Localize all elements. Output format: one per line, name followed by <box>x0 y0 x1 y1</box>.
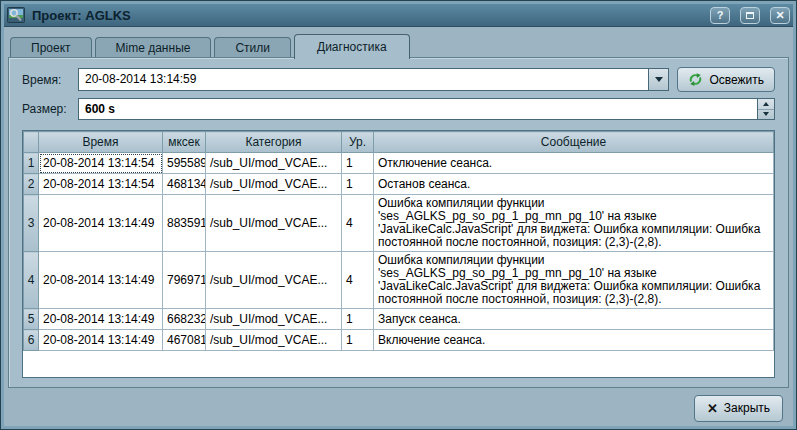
size-value: 600 s <box>79 99 757 119</box>
arrow-down-icon <box>763 112 769 116</box>
cell-usec[interactable]: 668232 <box>163 309 206 330</box>
help-icon: ? <box>717 10 724 21</box>
row-header[interactable]: 1 <box>24 153 39 174</box>
cell-message[interactable]: Ошибка компиляции функции 'ses_AGLKS_pg_… <box>374 252 774 309</box>
corner-header[interactable] <box>24 132 39 153</box>
cell-category[interactable]: /sub_UI/mod_VCAE... <box>206 252 342 309</box>
col-header-usec[interactable]: мксек <box>163 132 206 153</box>
cell-usec[interactable]: 796971 <box>163 252 206 309</box>
table-row: 2 20-08-2014 13:14:54 468134 /sub_UI/mod… <box>24 174 774 195</box>
size-label: Размер: <box>22 102 78 116</box>
close-icon: ✕ <box>775 10 784 21</box>
cell-time[interactable]: 20-08-2014 13:14:49 <box>39 330 163 351</box>
cell-usec[interactable]: 595589 <box>163 153 206 174</box>
col-header-message[interactable]: Сообщение <box>374 132 774 153</box>
maximize-button[interactable] <box>740 7 760 24</box>
cell-level[interactable]: 4 <box>342 252 374 309</box>
maximize-icon <box>746 12 754 19</box>
table-row: 3 20-08-2014 13:14:49 883591 /sub_UI/mod… <box>24 195 774 252</box>
spin-up-button[interactable] <box>758 99 774 110</box>
row-header[interactable]: 5 <box>24 309 39 330</box>
header-row: Время мксек Категория Ур. Сообщение <box>24 132 774 153</box>
row-header[interactable]: 3 <box>24 195 39 252</box>
table-row: 1 20-08-2014 13:14:54 595589 /sub_UI/mod… <box>24 153 774 174</box>
row-header[interactable]: 6 <box>24 330 39 351</box>
tab-mime-data[interactable]: Mime данные <box>95 37 212 58</box>
time-value: 20-08-2014 13:14:59 <box>79 69 648 90</box>
arrow-up-icon <box>763 102 769 106</box>
table-row: 5 20-08-2014 13:14:49 668232 /sub_UI/mod… <box>24 309 774 330</box>
refresh-icon <box>688 72 703 87</box>
col-header-time[interactable]: Время <box>39 132 163 153</box>
cell-level[interactable]: 1 <box>342 330 374 351</box>
title-bar: Проект: AGLKS ? ✕ <box>4 4 793 27</box>
project-window: Проект: AGLKS ? ✕ Проект Mime данные Сти… <box>0 0 797 430</box>
tab-bar: Проект Mime данные Стили Диагностика <box>8 27 789 57</box>
cell-message[interactable]: Включение сеанса. <box>374 330 774 351</box>
row-header[interactable]: 2 <box>24 174 39 195</box>
spin-down-button[interactable] <box>758 110 774 120</box>
cell-message[interactable]: Останов сеанса. <box>374 174 774 195</box>
table-row: 4 20-08-2014 13:14:49 796971 /sub_UI/mod… <box>24 252 774 309</box>
cell-time[interactable]: 20-08-2014 13:14:49 <box>39 195 163 252</box>
close-label: Закрыть <box>724 401 770 415</box>
col-header-category[interactable]: Категория <box>206 132 342 153</box>
time-label: Время: <box>22 73 78 87</box>
cell-message[interactable]: Ошибка компиляции функции 'ses_AGLKS_pg_… <box>374 195 774 252</box>
cell-time[interactable]: 20-08-2014 13:14:49 <box>39 252 163 309</box>
cell-category[interactable]: /sub_UI/mod_VCAE... <box>206 195 342 252</box>
window-body: Проект Mime данные Стили Диагностика Вре… <box>4 27 793 426</box>
tab-project[interactable]: Проект <box>10 37 92 58</box>
diagnostics-panel: Время: 20-08-2014 13:14:59 Освежить <box>8 57 789 388</box>
cell-time[interactable]: 20-08-2014 13:14:54 <box>39 153 163 174</box>
window-title: Проект: AGLKS <box>32 8 700 23</box>
chevron-down-icon <box>655 77 663 82</box>
cell-level[interactable]: 1 <box>342 309 374 330</box>
refresh-label: Освежить <box>709 73 764 87</box>
cell-usec[interactable]: 468134 <box>163 174 206 195</box>
cell-message[interactable]: Отключение сеанса. <box>374 153 774 174</box>
time-dropdown-button[interactable] <box>648 69 668 90</box>
cell-time[interactable]: 20-08-2014 13:14:54 <box>39 174 163 195</box>
time-row: Время: 20-08-2014 13:14:59 Освежить <box>22 67 775 92</box>
tab-styles[interactable]: Стили <box>214 37 291 58</box>
cell-time[interactable]: 20-08-2014 13:14:49 <box>39 309 163 330</box>
cell-level[interactable]: 1 <box>342 153 374 174</box>
cell-level[interactable]: 4 <box>342 195 374 252</box>
log-table: Время мксек Категория Ур. Сообщение 1 20… <box>23 131 774 351</box>
refresh-button[interactable]: Освежить <box>677 67 775 92</box>
cell-category[interactable]: /sub_UI/mod_VCAE... <box>206 174 342 195</box>
tab-diagnostics[interactable]: Диагностика <box>294 34 410 59</box>
cell-level[interactable]: 1 <box>342 174 374 195</box>
col-header-level[interactable]: Ур. <box>342 132 374 153</box>
cell-category[interactable]: /sub_UI/mod_VCAE... <box>206 330 342 351</box>
row-header[interactable]: 4 <box>24 252 39 309</box>
cell-category[interactable]: /sub_UI/mod_VCAE... <box>206 153 342 174</box>
cell-usec[interactable]: 883591 <box>163 195 206 252</box>
close-window-button[interactable]: ✕ <box>770 7 790 24</box>
spin-buttons <box>757 99 774 119</box>
size-spinbox[interactable]: 600 s <box>78 98 775 120</box>
log-table-container: Время мксек Категория Ур. Сообщение 1 20… <box>22 130 775 378</box>
app-icon <box>7 7 25 23</box>
close-dialog-button[interactable]: ✕ Закрыть <box>694 395 783 422</box>
cell-usec[interactable]: 467081 <box>163 330 206 351</box>
table-row: 6 20-08-2014 13:14:49 467081 /sub_UI/mod… <box>24 330 774 351</box>
help-button[interactable]: ? <box>710 7 730 24</box>
time-combobox[interactable]: 20-08-2014 13:14:59 <box>78 68 669 91</box>
dialog-footer: ✕ Закрыть <box>8 388 789 426</box>
close-x-icon: ✕ <box>707 402 718 415</box>
cell-category[interactable]: /sub_UI/mod_VCAE... <box>206 309 342 330</box>
cell-message[interactable]: Запуск сеанса. <box>374 309 774 330</box>
size-row: Размер: 600 s <box>22 97 775 121</box>
